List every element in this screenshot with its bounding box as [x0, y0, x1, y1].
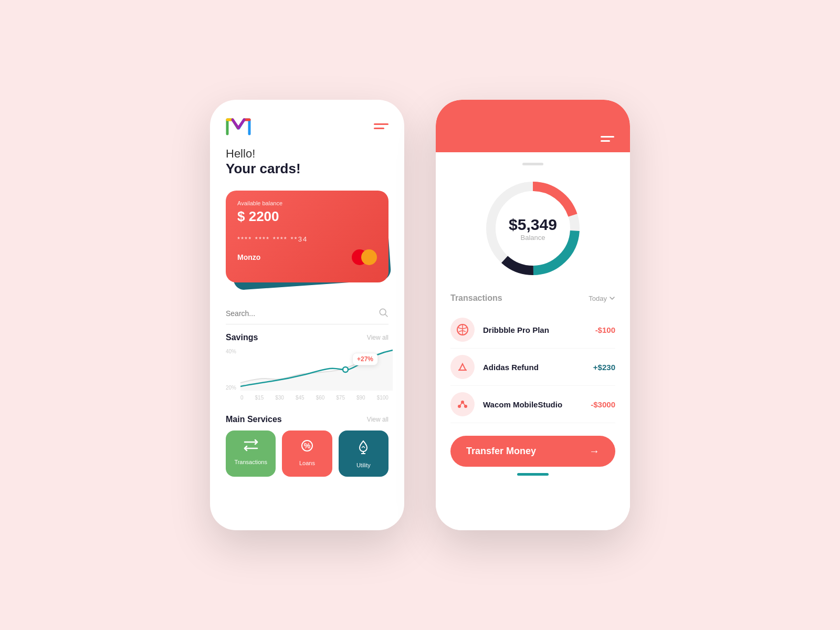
chart-x-45: $45	[296, 395, 304, 401]
service-loans-label: Loans	[299, 460, 315, 466]
chart-y-label-20: 20%	[226, 385, 236, 391]
services-view-all[interactable]: View all	[367, 416, 388, 423]
phone2-hamburger-icon[interactable]	[601, 136, 614, 142]
svg-line-9	[363, 446, 365, 448]
chart-container: 40% 20% +27% 0	[226, 349, 388, 406]
dribbble-name: Dribbble Pro Plan	[483, 326, 587, 334]
phone1-content: Hello! Your cards! Available balance $ 2…	[210, 100, 404, 530]
search-bar[interactable]	[226, 303, 388, 324]
logo-icon	[226, 116, 251, 136]
chart-x-75: $75	[336, 395, 345, 401]
transfer-money-button[interactable]: Transfer Money →	[450, 436, 615, 467]
chart-svg-wrap: +27%	[240, 349, 388, 393]
balance-label: Balance	[509, 234, 557, 242]
transfer-money-label: Transfer Money	[466, 446, 536, 457]
svg-text:%: %	[304, 442, 311, 450]
balance-amount: $5,349	[509, 216, 557, 234]
mc-circle-orange	[361, 249, 377, 265]
chart-y-labels: 40% 20%	[226, 349, 236, 391]
search-icon	[378, 307, 388, 320]
dribbble-icon	[450, 318, 475, 342]
card-balance: $ 2200	[237, 208, 377, 225]
adidas-icon	[450, 355, 475, 379]
transaction-wacom[interactable]: Wacom MobileStudio -$3000	[450, 386, 615, 423]
services-header: Main Services View all	[226, 415, 388, 424]
card-number: **** **** **** **34	[237, 235, 377, 243]
chart-tooltip: +27%	[352, 353, 378, 365]
svg-line-21	[463, 402, 466, 406]
chart-x-labels: 0 $15 $30 $45 $60 $75 $90 $100	[240, 395, 388, 401]
card-name: Monzo	[237, 253, 260, 261]
card-bottom: Monzo	[237, 249, 377, 265]
dribbble-amount: -$100	[595, 326, 615, 334]
phone2-notch	[522, 163, 543, 165]
phones-container: Hello! Your cards! Available balance $ 2…	[210, 100, 630, 530]
wacom-icon	[450, 392, 475, 416]
chart-x-60: $60	[316, 395, 325, 401]
phone2-header	[436, 100, 630, 152]
card-front[interactable]: Available balance $ 2200 **** **** **** …	[226, 191, 388, 282]
utility-icon	[356, 439, 370, 458]
chart-x-30: $30	[275, 395, 284, 401]
services-title: Main Services	[226, 415, 282, 424]
phone2: $5,349 Balance Transactions Today	[436, 100, 630, 530]
transfer-arrow-icon: →	[589, 445, 600, 457]
adidas-amount: +$230	[593, 363, 615, 372]
chart-x-90: $90	[356, 395, 365, 401]
services-grid: Transactions % Loans	[226, 430, 388, 477]
adidas-name: Adidas Refund	[483, 363, 585, 372]
transaction-adidas[interactable]: Adidas Refund +$230	[450, 349, 615, 386]
savings-header: Savings View all	[226, 333, 388, 342]
transactions-filter[interactable]: Today	[589, 295, 615, 302]
service-utility-label: Utility	[356, 462, 371, 468]
transaction-dribbble[interactable]: Dribbble Pro Plan -$100	[450, 311, 615, 349]
phone1: Hello! Your cards! Available balance $ 2…	[210, 100, 404, 530]
svg-line-2	[385, 314, 388, 317]
transactions-icon	[244, 439, 258, 455]
loans-icon: %	[300, 439, 314, 456]
service-transactions-label: Transactions	[234, 459, 267, 465]
wacom-amount: -$3000	[591, 400, 615, 409]
card-label: Available balance	[237, 200, 377, 206]
transactions-title: Transactions	[450, 293, 502, 303]
donut-center: $5,349 Balance	[509, 216, 557, 242]
greeting-line1: Hello!	[226, 147, 388, 161]
wacom-name: Wacom MobileStudio	[483, 400, 582, 409]
svg-line-20	[459, 402, 463, 406]
svg-point-1	[380, 309, 386, 315]
greeting: Hello! Your cards!	[226, 147, 388, 177]
mastercard-logo	[352, 249, 377, 265]
chart-y-label-40: 40%	[226, 349, 236, 354]
transactions-header: Transactions Today	[450, 293, 615, 303]
savings-view-all[interactable]: View all	[367, 334, 388, 341]
chart-x-0: 0	[240, 395, 244, 401]
savings-title: Savings	[226, 333, 258, 342]
home-indicator	[517, 473, 549, 476]
chart-x-15: $15	[255, 395, 264, 401]
card-stack: Available balance $ 2200 **** **** **** …	[226, 185, 388, 290]
donut-chart-container: $5,349 Balance	[450, 176, 615, 281]
search-input[interactable]	[226, 309, 378, 318]
phone2-body: $5,349 Balance Transactions Today	[436, 152, 630, 530]
chart-x-100: $100	[377, 395, 388, 401]
service-utility[interactable]: Utility	[339, 430, 388, 477]
service-loans[interactable]: % Loans	[282, 430, 332, 477]
svg-point-3	[343, 367, 348, 372]
phone1-header	[226, 116, 388, 136]
greeting-line2: Your cards!	[226, 161, 388, 177]
hamburger-icon[interactable]	[374, 123, 388, 129]
service-transactions[interactable]: Transactions	[226, 430, 276, 477]
